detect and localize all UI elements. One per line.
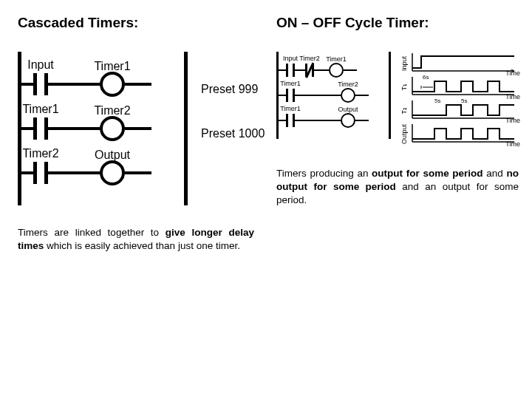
- coil-icon: Timer1: [100, 72, 125, 97]
- contact-label: Timer1: [280, 105, 301, 112]
- caption-bold: output for some period: [372, 168, 483, 179]
- timing-note: 5s: [461, 98, 467, 104]
- timing-diagram: Input Time T₁: [400, 52, 519, 146]
- two-column-layout: Cascaded Timers: Input Timer1: [18, 15, 514, 253]
- contact-icon: Input: [286, 64, 295, 77]
- coil-icon: Timer2: [100, 116, 125, 141]
- preset-label: Preset 999: [201, 83, 258, 96]
- contact-label: Input: [27, 58, 54, 72]
- contact-icon: Input: [33, 73, 48, 95]
- waveform-icon: [411, 52, 514, 72]
- coil-label: Timer1: [94, 60, 130, 73]
- contact-icon: Timer1: [33, 117, 48, 140]
- timing-row: T₁ 6s Time: [400, 75, 519, 99]
- coil-label: Timer2: [338, 81, 358, 88]
- coil-label: Output: [95, 149, 130, 162]
- contact-icon: Timer1: [286, 89, 295, 102]
- caption-text: which is easily achieved than just one t…: [44, 240, 240, 251]
- ladder-rung: Timer1 Timer2: [279, 83, 389, 108]
- contact-nc-icon: Timer2: [305, 64, 314, 77]
- ladder-rung: Timer2 Output: [21, 151, 184, 195]
- timing-xlabel: Time: [505, 140, 520, 148]
- timing-ylabel: T₁: [400, 83, 411, 91]
- contact-icon: Timer1: [286, 114, 295, 127]
- contact-label: Input: [283, 55, 298, 62]
- caption-text: Timers producing an: [276, 168, 372, 179]
- right-heading: ON – OFF Cycle Timer:: [276, 15, 519, 31]
- coil-icon: Timer2: [341, 88, 355, 103]
- caption-text: Timers are linked together to: [18, 227, 166, 238]
- timing-note: 6s: [423, 74, 429, 81]
- timing-note: 5s: [434, 98, 440, 104]
- timing-ylabel: Input: [400, 56, 411, 71]
- caption-text: and: [483, 168, 507, 179]
- ladder-rung: Input Timer1 Preset 999: [21, 62, 184, 106]
- timing-row: T₂ 5s 5s Time: [400, 99, 519, 123]
- timing-row: Output Time: [400, 123, 519, 146]
- contact-icon: Timer2: [33, 162, 48, 184]
- ladder-rung: Timer1 Timer2 Preset 1000: [21, 106, 184, 151]
- timing-ylabel: T₂: [400, 107, 411, 115]
- contact-label: Timer2: [22, 147, 58, 160]
- coil-label: Timer1: [326, 55, 347, 63]
- coil-label: Timer2: [94, 104, 130, 117]
- ladder-rung: Timer1 Output: [279, 108, 389, 133]
- left-column: Cascaded Timers: Input Timer1: [18, 15, 254, 253]
- right-column: ON – OFF Cycle Timer: Input Timer2: [276, 15, 519, 253]
- right-caption: Timers producing an output for some peri…: [276, 167, 519, 208]
- timing-ylabel: Output: [400, 124, 411, 144]
- contact-label: Timer1: [22, 103, 58, 116]
- cascaded-ladder-diagram: Input Timer1 Preset 999: [18, 52, 254, 205]
- left-caption: Timers are linked together to give longe…: [18, 226, 254, 253]
- waveform-icon: [411, 123, 514, 143]
- contact-label: Timer2: [299, 55, 320, 62]
- timing-row: Input Time: [400, 52, 519, 75]
- onoff-ladder-diagram: Input Timer2 Timer1: [276, 52, 395, 139]
- ladder-rung: Input Timer2 Timer1: [279, 58, 389, 83]
- preset-label: Preset 1000: [201, 127, 265, 140]
- coil-icon: Output: [341, 113, 355, 128]
- left-heading: Cascaded Timers:: [18, 15, 254, 31]
- contact-label: Timer1: [280, 80, 301, 87]
- coil-icon: Timer1: [329, 63, 344, 78]
- coil-label: Output: [338, 106, 358, 113]
- coil-icon: Output: [100, 160, 125, 185]
- onoff-figures: Input Timer2 Timer1: [276, 52, 519, 146]
